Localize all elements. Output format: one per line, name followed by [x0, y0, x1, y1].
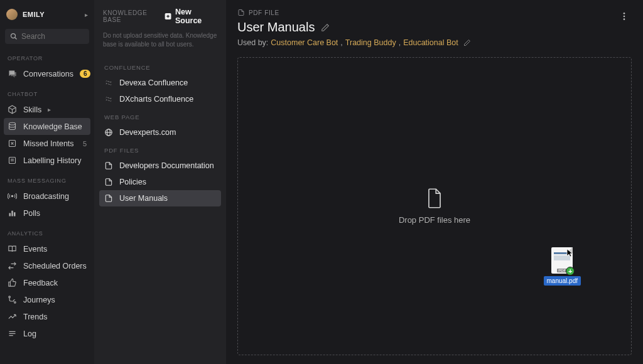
used-by-link[interactable]: Customer Care Bot [271, 38, 338, 47]
pdf-icon [104, 161, 113, 170]
nav-label: Polls [23, 209, 40, 218]
kb-item-pdf[interactable]: Policies [99, 174, 221, 190]
add-overlay-icon: + [566, 267, 575, 276]
kb-note: Do not upload sensitive data. Knowledge … [99, 31, 221, 58]
new-source-label: New Source [175, 8, 217, 25]
thumb-icon [8, 278, 17, 287]
file-name-label: manual.pdf [544, 276, 581, 286]
bar-chart-icon [8, 208, 17, 218]
pdf-icon [237, 9, 245, 16]
nav-label: Journeys [23, 296, 55, 304]
kb-item-webpage[interactable]: Devexperts.com [99, 124, 221, 141]
confluence-icon [104, 95, 113, 104]
edit-icon[interactable] [463, 39, 471, 46]
nav-label: Skills [23, 105, 41, 114]
search-input[interactable] [21, 32, 84, 41]
svg-point-2 [9, 122, 16, 125]
nav-feedback[interactable]: Feedback [0, 274, 94, 291]
badge: 6 [80, 70, 91, 78]
nav-knowledge-base[interactable]: Knowledge Base [4, 118, 90, 135]
nav-label: Missed Intents [23, 139, 74, 148]
kb-item-label: User Manuals [119, 194, 168, 203]
svg-rect-10 [9, 213, 11, 217]
nav-journeys[interactable]: Journeys [0, 291, 94, 308]
kb-item-label: DXcharts Confluence [119, 95, 193, 104]
used-by-link[interactable]: Trading Buddy [345, 38, 396, 47]
nav-scheduled-orders[interactable]: Scheduled Orders [0, 257, 94, 274]
new-source-button[interactable]: New Source [164, 8, 217, 25]
used-by-row: Used by: Customer Care Bot, Trading Budd… [237, 38, 617, 47]
nav-polls[interactable]: Polls [0, 205, 94, 222]
knowledge-base-panel: KNOWLEDGE BASE New Source Do not upload … [94, 0, 226, 364]
breadcrumb: PDF FILE [237, 9, 617, 16]
nav-label: Feedback [23, 279, 58, 287]
trend-icon [8, 312, 17, 321]
count: 5 [83, 140, 87, 147]
database-icon [8, 122, 17, 131]
kb-title: KNOWLEDGE BASE [103, 9, 164, 23]
broadcast-icon [8, 191, 17, 201]
more-menu-button[interactable] [617, 9, 632, 24]
nav-label: Conversations [23, 70, 73, 78]
confluence-icon [104, 78, 113, 87]
kb-section-confluence: CONFLUENCE [99, 58, 221, 75]
cursor-icon [566, 249, 574, 257]
search-icon [10, 33, 18, 40]
kb-section-pdf: PDF FILES [99, 141, 221, 158]
kb-item-label: Developers Documentation [119, 161, 214, 170]
nav-events[interactable]: Events [0, 240, 94, 257]
svg-point-0 [11, 34, 16, 38]
used-by-label: Used by: [237, 38, 268, 47]
kb-item-pdf[interactable]: Developers Documentation [99, 158, 221, 174]
svg-point-25 [624, 16, 625, 18]
nav-label: Log [23, 329, 36, 338]
nav-conversations[interactable]: Conversations 6 [0, 65, 94, 82]
file-thumbnail: PDF + [551, 247, 573, 274]
svg-point-14 [14, 302, 16, 304]
nav-trends[interactable]: Trends [0, 308, 94, 325]
section-analytics: ANALYTICS [0, 222, 94, 240]
nav-label: Events [23, 245, 47, 254]
nav-log[interactable]: Log [0, 325, 94, 342]
target-icon [8, 139, 17, 148]
kb-item-label: Devexperts.com [119, 128, 176, 137]
section-operator: OPERATOR [0, 46, 94, 65]
nav-labelling-history[interactable]: Labelling History [0, 152, 94, 169]
svg-line-1 [15, 38, 17, 40]
svg-rect-11 [11, 211, 13, 217]
svg-point-9 [11, 195, 13, 197]
dragged-file: PDF + manual.pdf [544, 247, 581, 286]
list-icon [8, 329, 17, 338]
kb-item-label: Policies [119, 178, 146, 186]
kb-item-confluence[interactable]: Devexa Confluence [99, 75, 221, 91]
section-chatbot: CHATBOT [0, 82, 94, 101]
kb-item-label: Devexa Confluence [119, 78, 188, 87]
nav-broadcasting[interactable]: Broadcasting [0, 188, 94, 205]
chevron-right-icon: ▸ [48, 106, 51, 113]
nav-missed-intents[interactable]: Missed Intents 5 [0, 135, 94, 152]
search-input-wrap[interactable] [5, 29, 89, 44]
user-name: EMILY [23, 11, 80, 18]
swap-icon [8, 261, 17, 270]
breadcrumb-text: PDF FILE [249, 9, 279, 16]
kb-item-confluence[interactable]: DXcharts Confluence [99, 91, 221, 107]
cube-icon [8, 105, 17, 114]
kb-section-webpage: WEB PAGE [99, 107, 221, 124]
conversations-icon [8, 69, 17, 78]
nav-label: Knowledge Base [23, 122, 82, 131]
nav-skills[interactable]: Skills ▸ [0, 101, 94, 118]
primary-sidebar: EMILY ▸ OPERATOR Conversations 6 CHATBOT… [0, 0, 94, 364]
kb-item-pdf[interactable]: User Manuals [99, 190, 221, 206]
drop-text: Drop PDF files here [399, 215, 470, 225]
drop-zone[interactable]: Drop PDF files here PDF + manual.pdf [237, 57, 632, 355]
book-icon [8, 244, 17, 254]
svg-rect-6 [9, 158, 16, 164]
svg-point-13 [9, 296, 11, 298]
svg-rect-12 [14, 212, 16, 216]
history-icon [8, 156, 17, 165]
chevron-right-icon: ▸ [85, 11, 88, 18]
user-menu[interactable]: EMILY ▸ [0, 5, 94, 24]
used-by-link[interactable]: Educational Bot [403, 38, 458, 47]
main-content: PDF FILE User Manuals Used by: Customer … [226, 0, 643, 364]
edit-icon[interactable] [321, 23, 330, 32]
